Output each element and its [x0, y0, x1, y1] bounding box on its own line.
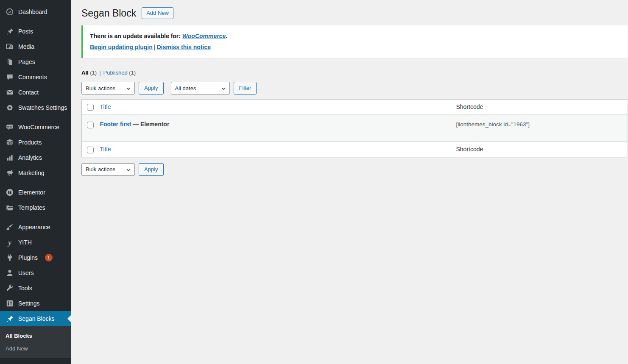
dates-filter-value: All dates: [175, 85, 196, 92]
sidebar-item-comments[interactable]: Comments: [0, 69, 71, 85]
page-header: Segan Block Add New: [81, 7, 628, 19]
column-header-shortcode: Shortcode: [452, 100, 628, 114]
sidebar-item-analytics[interactable]: Analytics: [0, 150, 71, 165]
row-state-suffix: — Elementor: [133, 121, 169, 128]
dashboard-icon: [6, 8, 14, 16]
sidebar-item-label: Analytics: [18, 153, 42, 162]
pushpin-icon: [6, 314, 14, 323]
sidebar-item-label: Settings: [18, 299, 40, 308]
submenu-item-label: All Blocks: [6, 333, 32, 339]
dismiss-notice-link[interactable]: Dismiss this notice: [156, 44, 211, 50]
shortcode-cell: [lionthemes_block id="1963"]: [452, 114, 628, 142]
select-all-checkbox[interactable]: [87, 104, 94, 111]
sidebar-item-posts[interactable]: Posts: [0, 24, 71, 39]
sidebar-item-label: Dashboard: [18, 8, 47, 16]
row-checkbox[interactable]: [87, 122, 94, 128]
sidebar-item-label: Appearance: [18, 223, 50, 231]
row-title-link[interactable]: Footer first: [100, 121, 131, 128]
sidebar-item-contact[interactable]: Contact: [0, 85, 71, 100]
sidebar-item-appearance[interactable]: Appearance: [0, 220, 71, 235]
apply-button[interactable]: Apply: [139, 82, 164, 94]
pages-icon: [6, 58, 14, 66]
bulk-actions-value: Bulk actions: [86, 85, 115, 92]
sidebar-item-templates[interactable]: Templates: [0, 200, 71, 215]
shortcode-value: [lionthemes_block id="1963"]: [456, 121, 530, 128]
svg-text:Woo: Woo: [7, 125, 13, 128]
sidebar-item-marketing[interactable]: Marketing: [0, 165, 71, 181]
sidebar-item-label: WooCommerce: [18, 123, 59, 131]
woocommerce-icon: Woo: [6, 123, 14, 131]
sidebar-item-label: Plugins: [18, 253, 38, 262]
column-footer-shortcode: Shortcode: [452, 142, 628, 157]
elementor-icon: [6, 188, 14, 197]
chevron-down-icon: [220, 86, 226, 92]
sidebar-item-tools[interactable]: Tools: [0, 281, 71, 296]
sidebar-item-dashboard[interactable]: Dashboard: [0, 4, 71, 19]
sidebar-item-label: Contact: [18, 88, 39, 97]
begin-updating-plugin-link[interactable]: Begin updating plugin: [90, 44, 153, 50]
sidebar-item-label: Users: [18, 269, 34, 277]
bar-chart-icon: [6, 153, 14, 162]
megaphone-icon: [6, 169, 14, 177]
add-new-button[interactable]: Add New: [142, 7, 173, 19]
sidebar-item-label: Templates: [18, 203, 45, 212]
plug-icon: [6, 253, 14, 262]
status-filter-links: All (1)|Published (1): [81, 69, 628, 77]
sidebar-item-pages[interactable]: Pages: [0, 54, 71, 69]
sidebar-item-label: Comments: [18, 73, 47, 81]
woocommerce-plugin-link[interactable]: WooCommerce: [182, 33, 226, 39]
sidebar-item-users[interactable]: Users: [0, 265, 71, 281]
bulk-actions-select[interactable]: Bulk actions: [81, 82, 135, 94]
column-footer-title[interactable]: Title: [100, 146, 111, 153]
dates-filter-select[interactable]: All dates: [171, 82, 230, 94]
select-all-checkbox-bottom[interactable]: [87, 147, 94, 153]
filter-all-link[interactable]: All: [81, 69, 89, 76]
sidebar-item-plugins[interactable]: Plugins 1: [0, 250, 71, 265]
wrench-icon: [6, 284, 14, 292]
chevron-down-icon: [126, 86, 131, 92]
pushpin-icon: [6, 27, 14, 36]
paintbrush-icon: [6, 223, 14, 231]
filter-published-link[interactable]: Published: [103, 69, 128, 76]
sidebar-item-label: Elementor: [18, 188, 45, 197]
admin-sidebar: Dashboard Posts Media Pages Comments Con…: [0, 0, 71, 364]
user-icon: [6, 269, 14, 277]
sidebar-item-segan-blocks[interactable]: Segan Blocks: [0, 311, 71, 326]
segan-blocks-submenu: All Blocks Add New: [0, 326, 71, 358]
sidebar-item-elementor[interactable]: Elementor: [0, 185, 71, 200]
sidebar-item-label: Products: [18, 138, 42, 147]
sidebar-item-swatches-settings[interactable]: Swatches Settings: [0, 100, 71, 115]
gear-icon: [6, 103, 14, 112]
box-icon: [6, 138, 14, 147]
sidebar-item-label: YITH: [18, 238, 32, 247]
sidebar-item-label: Tools: [18, 284, 32, 292]
blocks-list-table: Title Shortcode Footer first — Elementor…: [81, 99, 628, 157]
update-count-badge: 1: [45, 254, 53, 261]
sidebar-item-label: Swatches Settings: [18, 103, 67, 112]
bulk-actions-select-bottom[interactable]: Bulk actions: [81, 163, 135, 176]
top-toolbar: Bulk actions Apply All dates Filter: [81, 82, 628, 94]
apply-button-bottom[interactable]: Apply: [139, 163, 164, 176]
sidebar-item-label: Segan Blocks: [18, 314, 55, 323]
table-foot: Title Shortcode: [82, 142, 628, 157]
submenu-item-add-new[interactable]: Add New: [0, 342, 71, 355]
filter-all-count: (1): [90, 69, 97, 76]
sidebar-item-yith[interactable]: y YITH: [0, 235, 71, 250]
sidebar-item-media[interactable]: Media: [0, 39, 71, 54]
sidebar-item-woocommerce[interactable]: Woo WooCommerce: [0, 119, 71, 135]
main-content: Segan Block Add New There is an update a…: [71, 7, 628, 176]
update-notice: There is an update available for: WooCom…: [81, 25, 628, 58]
filter-button[interactable]: Filter: [234, 82, 257, 94]
sidebar-item-label: Pages: [18, 58, 35, 66]
envelope-icon: [6, 88, 14, 97]
filter-separator: |: [97, 69, 103, 76]
submenu-item-all-blocks[interactable]: All Blocks: [0, 330, 71, 342]
sidebar-item-products[interactable]: Products: [0, 135, 71, 150]
filter-published-count: (1): [129, 69, 136, 76]
title-cell: Footer first — Elementor: [96, 114, 452, 142]
sidebar-item-settings[interactable]: Settings: [0, 296, 71, 311]
sidebar-item-label: Posts: [18, 27, 33, 36]
page-title: Segan Block: [81, 7, 136, 19]
notice-separator: |: [153, 44, 157, 50]
column-header-title[interactable]: Title: [100, 103, 111, 110]
